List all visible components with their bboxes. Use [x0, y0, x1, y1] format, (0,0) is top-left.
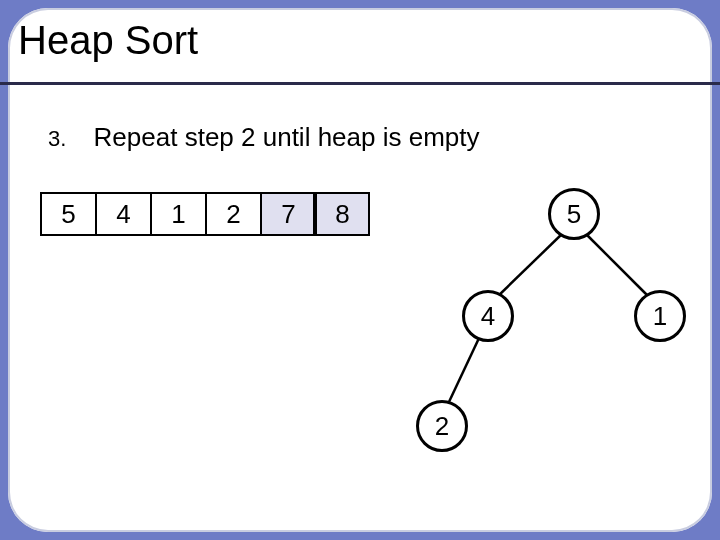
tree-node-lleft: 2 — [416, 400, 468, 452]
tree-edge — [448, 336, 480, 404]
tree-node-right: 1 — [634, 290, 686, 342]
tree-edge — [496, 232, 564, 298]
tree-edges — [0, 0, 720, 540]
tree-node-root: 5 — [548, 188, 600, 240]
tree-edge — [584, 232, 650, 298]
tree-node-left: 4 — [462, 290, 514, 342]
